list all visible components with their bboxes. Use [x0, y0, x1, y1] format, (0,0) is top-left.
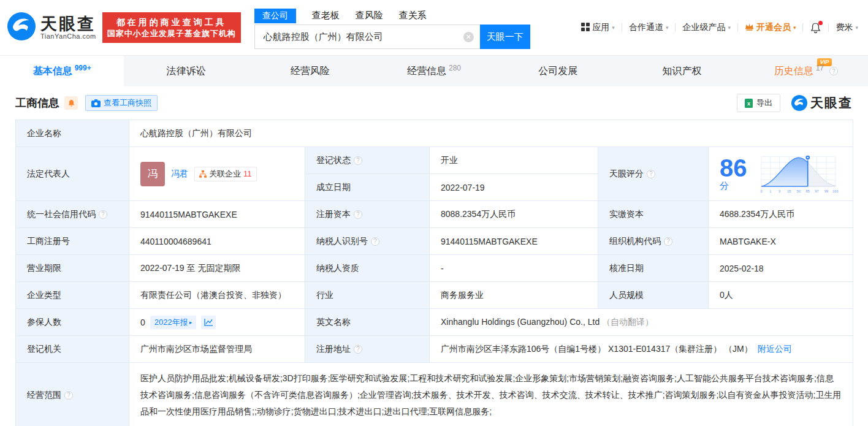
legal-rep-link[interactable]: 冯君 — [171, 169, 188, 180]
search-input[interactable] — [264, 32, 463, 42]
section-title: 工商信息 — [15, 96, 59, 110]
approval-date-value: 2025-02-18 — [709, 255, 853, 282]
divider — [622, 23, 622, 32]
banner-line1: 都在用的商业查询工具 — [116, 16, 227, 28]
nearby-companies-link[interactable]: 附近公司 — [758, 344, 792, 354]
snapshot-label: 查看工商快照 — [104, 97, 151, 108]
reg-number-label: 工商注册号 — [16, 228, 129, 255]
tianyancha-logo-icon — [7, 12, 36, 43]
tab-label: 经营风险 — [291, 65, 330, 78]
business-term-label: 营业期限 — [16, 255, 129, 282]
divider — [802, 23, 803, 32]
table-row: 参保人数 0 2022年报 ▸ 英文名称 Xinhanglu Holdings … — [16, 309, 853, 336]
tab-legal-litigation[interactable]: 法律诉讼 — [124, 56, 248, 86]
reg-authority-value: 广州市南沙区市场监督管理局 — [129, 336, 305, 363]
search-tab-relation[interactable]: 查关系 — [399, 8, 427, 23]
tab-label: 经营信息 — [407, 65, 446, 78]
org-chart-icon — [199, 170, 207, 178]
nav-enterprise-products[interactable]: 企业级产品 ▾ — [682, 22, 731, 33]
help-icon[interactable]: ? — [354, 345, 362, 354]
nav-apps-label: 应用 — [592, 22, 609, 33]
tab-operating-risk[interactable]: 经营风险 — [248, 56, 372, 86]
nav-open-vip[interactable]: 开通会员 ▾ — [745, 22, 796, 33]
establish-date-label: 成立日期 — [305, 174, 430, 201]
tab-basic-info[interactable]: 基本信息 999+ — [0, 56, 124, 86]
nav-apps[interactable]: 应用 ▾ — [581, 22, 615, 33]
table-row: 企业类型 有限责任公司（港澳台投资、非独资） 行业 商务服务业 人员规模 0人 — [16, 282, 853, 309]
english-name-cell: Xinhanglu Holdings (Guangzhou) Co., Ltd … — [430, 309, 853, 336]
reg-number-value: 440110004689641 — [129, 228, 305, 255]
banner-line2: 国家中小企业发展子基金旗下机构 — [107, 28, 236, 39]
search-tab-company[interactable]: 查公司 — [254, 9, 296, 23]
help-icon[interactable]: ? — [371, 237, 379, 246]
establish-date-value: 2022-07-19 — [430, 174, 598, 201]
tab-company-development[interactable]: 公司发展 — [496, 56, 620, 86]
table-row: 统一社会信用代码? 91440115MABTGAKEXE 注册资本? 8088.… — [16, 201, 853, 228]
reg-status-label: 登记状态? — [305, 147, 430, 174]
credit-code-value: 91440115MABTGAKEXE — [129, 201, 305, 228]
tab-history-info[interactable]: VIP 历史信息 17 ? — [744, 56, 868, 86]
view-snapshot-button[interactable]: 查看工商快照 — [85, 95, 158, 111]
score-unit: 分 — [720, 180, 729, 191]
search-button[interactable]: 天眼一下 — [480, 25, 530, 49]
svg-text:x: x — [747, 101, 750, 107]
avatar[interactable]: 冯 — [140, 162, 165, 186]
search-tab-boss[interactable]: 查老板 — [312, 8, 340, 23]
tab-label: 法律诉讼 — [166, 65, 205, 78]
svg-text:3: 3 — [779, 189, 780, 192]
trend-chart-button[interactable] — [201, 316, 216, 329]
divider — [675, 23, 676, 32]
business-term-value: 2022-07-19 至 无固定期限 — [129, 255, 305, 282]
legal-rep-label: 法定代表人 — [16, 147, 129, 201]
divider — [737, 23, 738, 32]
top-nav: 应用 ▾ 合作通道 ▾ 企业级产品 ▾ 开通会员 ▾ — [581, 22, 858, 34]
svg-text:50: 50 — [796, 189, 800, 192]
svg-text:1: 1 — [769, 189, 771, 192]
tab-label: 历史信息 — [774, 65, 813, 78]
reg-authority-label: 登记机关 — [16, 336, 129, 363]
score-value: 86 — [720, 154, 747, 181]
tab-count: 17 — [816, 64, 824, 72]
tianyancha-logo[interactable]: 天眼查 TianYanCha.com — [7, 12, 96, 43]
annual-report-badge[interactable]: 2022年报 ▸ — [150, 316, 196, 329]
section-toolbar: 工商信息 查看工商快照 x 导出 天眼查 — [0, 86, 868, 120]
nav-partner-channel[interactable]: 合作通道 ▾ — [629, 22, 669, 33]
legal-rep-cell: 冯 冯君 关联企业 11 — [129, 147, 305, 201]
reg-capital-label: 注册资本? — [305, 201, 430, 228]
camera-icon — [91, 99, 101, 107]
table-row: 经营范围? 医护人员防护用品批发;机械设备研发;3D打印服务;医学研究和试验发展… — [16, 363, 853, 426]
help-icon[interactable]: ? — [647, 170, 655, 178]
monitor-bell-button[interactable] — [64, 96, 78, 110]
help-icon[interactable]: ? — [99, 210, 107, 219]
related-label: 关联企业 — [209, 169, 241, 180]
paid-capital-value: 4688.2354万人民币 — [709, 201, 853, 228]
paid-capital-label: 实缴资本 — [598, 201, 709, 228]
watermark-text: 天眼查 — [810, 94, 853, 112]
business-scope-label: 经营范围? — [16, 363, 129, 426]
promo-banner: 都在用的商业查询工具 国家中小企业发展子基金旗下机构 — [102, 12, 241, 43]
notifications-bell[interactable] — [810, 22, 821, 34]
search-tab-risk[interactable]: 查风险 — [356, 8, 383, 23]
clear-search-icon[interactable]: ✕ — [463, 32, 474, 42]
nav-user-menu[interactable]: 费米 ▾ — [836, 22, 858, 33]
score-cell: 86分 — [709, 147, 853, 201]
tianyancha-logo-icon — [791, 95, 807, 111]
nav-enterprise-label: 企业级产品 — [682, 22, 725, 33]
help-icon[interactable]: ? — [829, 67, 838, 75]
tab-intellectual-property[interactable]: 知识产权 — [620, 56, 744, 86]
tab-business-info[interactable]: 经营信息 280 — [372, 56, 496, 86]
search-area: 查公司 查老板 查风险 查关系 ✕ 天眼一下 — [254, 6, 530, 49]
reg-capital-value: 8088.2354万人民币 — [430, 201, 598, 228]
related-companies-badge[interactable]: 关联企业 11 — [194, 167, 257, 181]
help-icon[interactable]: ? — [354, 210, 362, 219]
export-button[interactable]: x 导出 — [737, 94, 780, 112]
org-code-label: 组织机构代码? — [598, 228, 709, 255]
help-icon[interactable]: ? — [664, 237, 672, 246]
score-distribution-chart[interactable]: 0 1 3 15 50 85 97 99 100 — [758, 150, 842, 198]
search-tabs: 查公司 查老板 查风险 查关系 — [254, 6, 530, 23]
svg-text:99: 99 — [824, 189, 828, 192]
page-tab-bar: 基本信息 999+ 法律诉讼 经营风险 经营信息 280 公司发展 知识产权 V… — [0, 55, 868, 86]
help-icon[interactable]: ? — [64, 391, 73, 400]
staff-size-label: 人员规模 — [598, 282, 709, 309]
help-icon[interactable]: ? — [354, 156, 362, 165]
